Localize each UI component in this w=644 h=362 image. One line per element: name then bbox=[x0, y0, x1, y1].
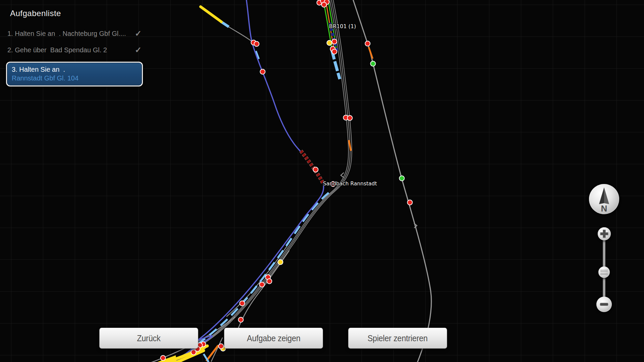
minus-icon bbox=[596, 297, 612, 312]
compass-button[interactable]: N bbox=[589, 184, 619, 214]
task-list-panel: Aufgabenliste 1. Halten Sie an . Nachteb… bbox=[6, 5, 147, 86]
track-gray-lines bbox=[129, 0, 431, 362]
plus-icon bbox=[598, 227, 611, 240]
track-highlight-segments bbox=[191, 21, 373, 362]
train-label: BR101 (1) bbox=[329, 23, 356, 29]
zoom-out-button[interactable] bbox=[596, 297, 612, 312]
task-item-1[interactable]: 1. Halten Sie an . Nachteburg Gbf Gl....… bbox=[7, 29, 144, 38]
task-item-sublabel: Rannstadt Gbf Gl. 104 bbox=[12, 74, 137, 82]
task-item-2[interactable]: 2. Gehe über Bad Spendau Gl. 2 ✓ bbox=[7, 45, 144, 55]
signal-markers bbox=[161, 0, 413, 361]
task-item-3-active[interactable]: 3. Halten Sie an . Rannstadt Gbf Gl. 104 bbox=[6, 62, 143, 86]
checkmark-icon: ✓ bbox=[135, 45, 142, 55]
track-closed-section bbox=[301, 151, 323, 184]
checkmark-icon: ✓ bbox=[135, 29, 142, 38]
grip-lines-icon bbox=[600, 270, 608, 275]
center-player-button[interactable]: Spieler zentrieren bbox=[348, 328, 447, 349]
task-list-title: Aufgabenliste bbox=[10, 9, 147, 18]
svg-text:N: N bbox=[601, 203, 607, 214]
zoom-slider-handle[interactable] bbox=[598, 266, 610, 278]
north-arrow-icon: N bbox=[589, 184, 619, 214]
show-task-button[interactable]: Aufgabe zeigen bbox=[224, 328, 323, 349]
task-item-label: 3. Halten Sie an . bbox=[12, 65, 137, 74]
back-button[interactable]: Zurück bbox=[99, 328, 198, 349]
station-label: Sandbach Rannstadt bbox=[323, 181, 377, 187]
task-item-label: 1. Halten Sie an . Nachteburg Gbf Gl.... bbox=[7, 30, 126, 38]
back-button-label: Zurück bbox=[137, 334, 160, 343]
center-player-button-label: Spieler zentrieren bbox=[368, 334, 428, 343]
zoom-in-button[interactable] bbox=[598, 227, 611, 240]
track-yellow-segments bbox=[156, 7, 221, 362]
show-task-button-label: Aufgabe zeigen bbox=[247, 334, 300, 343]
task-item-label: 2. Gehe über Bad Spendau Gl. 2 bbox=[7, 46, 107, 54]
track-purple-route bbox=[181, 0, 324, 358]
